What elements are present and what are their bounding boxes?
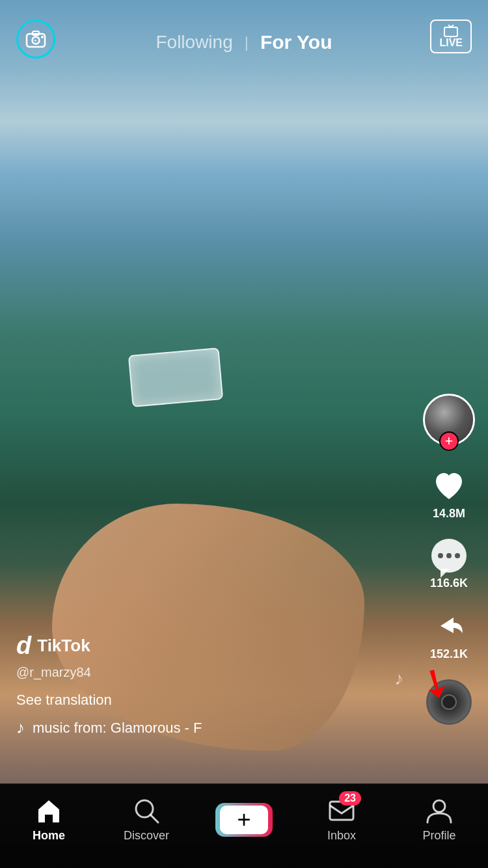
nav-tabs: Following | For You: [156, 31, 332, 53]
inbox-badge: 23: [339, 791, 361, 806]
music-info: ♪ music from: Glamorous - F: [16, 718, 390, 738]
comment-count: 116.6K: [430, 576, 468, 590]
share-icon-container: [431, 608, 467, 644]
create-inner: +: [220, 806, 268, 834]
live-tv-icon: [443, 25, 459, 38]
live-button[interactable]: LIVE: [430, 20, 472, 53]
profile-icon-container: [425, 796, 454, 825]
tiktok-watermark: d TikTok: [16, 632, 390, 660]
home-icon-container: [34, 796, 63, 825]
tab-following[interactable]: Following: [156, 32, 232, 53]
see-translation[interactable]: See translation: [16, 692, 390, 709]
like-icon-container: [432, 469, 466, 503]
tiktok-d-logo: d: [16, 632, 31, 660]
like-count: 14.8M: [433, 507, 465, 521]
svg-line-9: [150, 815, 158, 822]
dot-2: [446, 553, 452, 558]
follow-button[interactable]: +: [439, 431, 459, 451]
search-icon: [132, 796, 161, 825]
dot-1: [438, 553, 443, 558]
bottom-nav: Home Discover + 23 I: [0, 783, 488, 868]
dot-3: [455, 553, 460, 558]
bottom-info: d TikTok @r_marzy84 See translation ♪ mu…: [16, 632, 390, 738]
live-label: LIVE: [439, 38, 463, 48]
camera-icon: +: [25, 30, 46, 48]
comment-bubble: [431, 539, 467, 573]
inbox-icon-container: 23: [327, 796, 356, 825]
comment-dots: [438, 553, 460, 558]
profile-icon: [425, 796, 454, 825]
nav-item-profile[interactable]: Profile: [390, 796, 488, 843]
create-plus-icon: +: [237, 808, 251, 832]
music-note-icon: ♪: [16, 718, 25, 738]
share-action[interactable]: 152.1K: [430, 608, 468, 661]
svg-rect-5: [444, 27, 457, 36]
svg-text:+: +: [34, 38, 37, 44]
svg-point-3: [41, 36, 44, 38]
nav-item-home[interactable]: Home: [0, 796, 98, 843]
share-icon: [431, 608, 467, 644]
nav-divider: |: [245, 33, 249, 51]
nav-item-inbox[interactable]: 23 Inbox: [293, 796, 390, 843]
comment-icon-container: [431, 539, 467, 573]
discover-icon-container: [132, 796, 161, 825]
creator-username[interactable]: @r_marzy84: [16, 665, 390, 680]
nav-item-discover[interactable]: Discover: [98, 796, 195, 843]
music-text: music from: Glamorous - F: [33, 720, 202, 737]
like-action[interactable]: 14.8M: [432, 469, 466, 521]
home-icon: [34, 796, 63, 825]
create-icon-container: +: [215, 803, 273, 837]
profile-label: Profile: [422, 829, 455, 843]
nav-item-create[interactable]: +: [195, 803, 293, 837]
camera-button[interactable]: +: [16, 20, 55, 59]
heart-icon: [432, 469, 466, 503]
inbox-label: Inbox: [327, 829, 356, 843]
creator-avatar-container[interactable]: +: [423, 394, 475, 446]
create-button[interactable]: +: [215, 803, 273, 837]
svg-point-11: [433, 800, 445, 812]
home-label: Home: [33, 829, 65, 843]
floating-music-note: ♪: [394, 668, 403, 689]
video-content-ice: [128, 347, 223, 407]
comment-action[interactable]: 116.6K: [430, 539, 468, 590]
tiktok-brand-name: TikTok: [37, 636, 90, 656]
discover-label: Discover: [124, 829, 169, 843]
tab-foryou[interactable]: For You: [260, 31, 332, 53]
top-header: + Following | For You LIVE: [0, 0, 488, 72]
